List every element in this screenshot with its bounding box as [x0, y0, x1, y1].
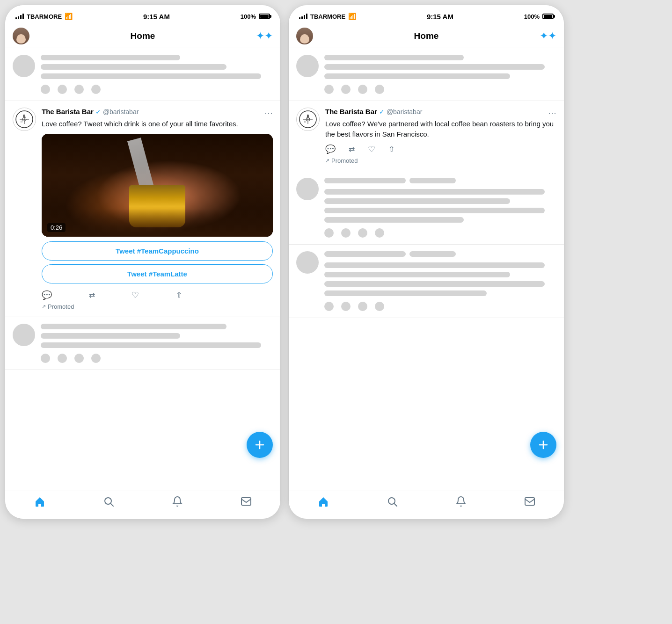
share-button-left[interactable]: ⇧ [176, 290, 182, 299]
nav-messages-left[interactable] [234, 493, 258, 512]
skeleton-line [324, 281, 545, 287]
tweet-header-right: The Barista Bar ✓ @baristabar ⋯ [325, 108, 556, 118]
skeleton-dots-right [324, 85, 556, 94]
tweet-actions-right: 💬 ⇄ ♡ ⇧ [325, 144, 556, 154]
cta-buttons-left: Tweet #TeamCappuccino Tweet #TeamLatte [42, 241, 273, 283]
sparkle-icon-right[interactable]: ✦✦ [540, 30, 556, 42]
skeleton-line [324, 251, 406, 257]
skeleton-avatar-bottom-right [296, 251, 319, 274]
nav-messages-right[interactable] [518, 493, 541, 512]
like-button-left[interactable]: ♡ [131, 290, 139, 300]
tweet-name-right: The Barista Bar [325, 108, 377, 116]
tweet-avatar-right[interactable]: B R [296, 108, 320, 131]
battery-fill [260, 15, 269, 18]
status-battery-right: 100% [524, 13, 554, 20]
nav-search-right[interactable] [380, 493, 404, 512]
feed-left: B R The Barista Bar ✓ @baristabar [5, 48, 280, 491]
skeleton-line [324, 73, 510, 79]
compose-button-right[interactable] [530, 432, 556, 458]
bottom-nav-right [289, 491, 564, 519]
skeleton-line [324, 178, 406, 183]
skeleton-dots [41, 85, 273, 94]
nav-notifications-left[interactable] [166, 493, 189, 512]
tweet-body-right: The Barista Bar ✓ @baristabar ⋯ Love cof… [325, 108, 556, 164]
skeleton-dots-bottom [324, 302, 556, 311]
promoted-arrow-icon: ↗ [42, 304, 46, 310]
share-button-right[interactable]: ⇧ [388, 145, 394, 153]
cta-button-latte[interactable]: Tweet #TeamLatte [42, 264, 273, 283]
tweet-more-right[interactable]: ⋯ [548, 108, 556, 118]
battery-percent: 100% [241, 13, 256, 20]
skeleton-dot [324, 85, 334, 94]
skeleton-dot [341, 302, 351, 311]
reply-button-left[interactable]: 💬 [42, 290, 52, 300]
skeleton-avatar-b [13, 324, 35, 346]
svg-rect-17 [525, 498, 534, 505]
tweet-body-left: The Barista Bar ✓ @baristabar ⋯ Love cof… [42, 108, 273, 310]
compose-icon-left [254, 439, 265, 450]
barista-logo: B R [15, 110, 34, 129]
nav-home-right[interactable] [312, 493, 335, 512]
skeleton-dot [375, 228, 384, 238]
skeleton-dot [341, 85, 351, 94]
skeleton-dot [74, 354, 84, 363]
tweet-name-left: The Barista Bar [42, 108, 94, 116]
home-icon-right [318, 496, 329, 510]
skeleton-dots-b [41, 354, 273, 363]
svg-rect-8 [241, 498, 251, 505]
retweet-button-left[interactable]: ⇄ [89, 290, 95, 299]
verified-badge-left: ✓ [95, 108, 101, 116]
verified-badge-right: ✓ [379, 108, 385, 116]
avatar-right[interactable] [296, 28, 313, 44]
battery-icon-right [542, 14, 554, 19]
status-carrier-right: TBARMORE 📶 [299, 13, 356, 20]
skeleton-dot [324, 302, 334, 311]
header-title-left: Home [131, 31, 155, 41]
nav-home-left[interactable] [28, 493, 51, 512]
search-icon [103, 496, 114, 510]
sparkle-icon-left[interactable]: ✦✦ [256, 30, 273, 42]
bell-icon-right [455, 496, 467, 510]
video-bg [42, 134, 273, 237]
skeleton-line [324, 55, 464, 60]
reply-button-right[interactable]: 💬 [325, 144, 336, 154]
nav-search-left[interactable] [97, 493, 120, 512]
skeleton-line [409, 251, 456, 257]
skeleton-dot [341, 228, 351, 238]
like-button-right[interactable]: ♡ [368, 144, 375, 154]
skeleton-content [41, 55, 273, 94]
skeleton-content-bottom-right [324, 251, 556, 311]
hands [42, 209, 273, 237]
right-phone: TBARMORE 📶 9:15 AM 100% Home ✦✦ [288, 5, 564, 519]
promoted-arrow-icon-right: ↗ [325, 158, 329, 164]
tweet-user-right: The Barista Bar ✓ @baristabar [325, 108, 422, 116]
skeleton-content-b [41, 324, 273, 363]
skeleton-line [324, 272, 510, 277]
skeleton-line [41, 324, 226, 329]
tweet-text-left: Love coffee? Tweet which drink is one of… [42, 119, 273, 129]
skeleton-dots-mid [324, 228, 556, 238]
retweet-button-right[interactable]: ⇄ [349, 145, 355, 153]
tweet-text-right: Love coffee? We've partnered with local … [325, 119, 556, 139]
compose-button-left[interactable] [247, 432, 273, 458]
cta-button-cappuccino[interactable]: Tweet #TeamCappuccino [42, 241, 273, 261]
tweet-avatar-left[interactable]: B R [13, 108, 36, 131]
heart-icon: ♡ [131, 290, 139, 300]
tweet-more-left[interactable]: ⋯ [264, 108, 273, 118]
promoted-text-left: Promoted [48, 303, 74, 310]
tweet-video[interactable]: 0:26 [42, 134, 273, 237]
skeleton-dot [358, 228, 367, 238]
skeleton-line [41, 333, 180, 339]
skeleton-line [324, 198, 510, 204]
skeleton-line [409, 178, 456, 183]
skeleton-dot [358, 302, 367, 311]
feed-right: B R The Barista Bar ✓ @baristabar [289, 48, 564, 491]
skeleton-avatar-right [296, 55, 319, 77]
avatar[interactable] [13, 28, 29, 44]
search-icon-right [387, 496, 398, 510]
skeleton-dot [58, 354, 67, 363]
bell-icon [172, 496, 183, 510]
skeleton-dot [375, 85, 384, 94]
nav-notifications-right[interactable] [449, 493, 473, 512]
heart-icon-right: ♡ [368, 144, 375, 154]
